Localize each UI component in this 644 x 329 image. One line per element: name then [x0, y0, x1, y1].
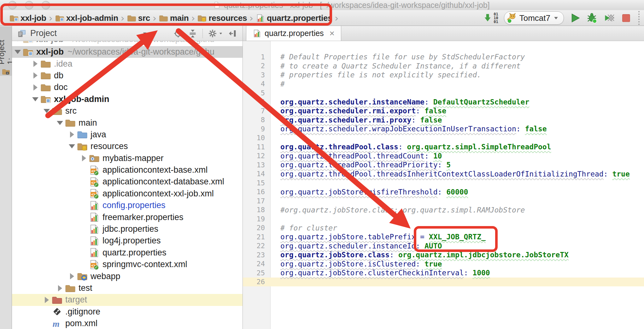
code-line-2[interactable]: 2# to create a Quartz Scheduler Instance… [243, 62, 644, 71]
code-line-13[interactable]: 13org.quartz.threadPool.threadPriority: … [243, 160, 644, 170]
code-line-18[interactable]: 18#org.quartz.jobStore.class: org.quartz… [243, 206, 644, 215]
debug-button[interactable] [587, 12, 598, 24]
tree-item-label: src [65, 106, 77, 116]
tree-expand-arrow[interactable] [42, 297, 52, 303]
hide-panel-icon[interactable] [228, 29, 237, 38]
code-line-14[interactable]: 14org.quartz.threadPool.threadsInheritCo… [243, 170, 644, 179]
code-line-24[interactable]: 24org.quartz.jobStore.isClustered: true [243, 260, 644, 269]
coverage-button[interactable] [604, 12, 615, 24]
tree-expand-arrow[interactable] [55, 121, 65, 125]
breadcrumb-item-src[interactable]: src [127, 13, 150, 23]
tree-expand-arrow[interactable] [55, 285, 65, 291]
line-text: org.quartz.jobStore.class: org.quartz.im… [271, 251, 569, 259]
tree-item-main[interactable]: main [12, 117, 243, 129]
code-line-21[interactable]: 21org.quartz.jobStore.tablePrefix = XXL_… [243, 232, 644, 242]
project-stripe-button[interactable]: 1: Project [0, 27, 12, 76]
tree-item-quartz.properties[interactable]: quartz.properties [12, 247, 243, 259]
code-line-1[interactable]: 1# Default Properties file for use by St… [243, 52, 644, 62]
tree-item-jdbc.properties[interactable]: jdbc.properties [12, 223, 243, 235]
tree-item-mybatis-mapper[interactable]: mybatis-mapper [12, 153, 243, 164]
run-configuration-select[interactable]: Tomcat7 [504, 11, 564, 25]
tree-item-doc[interactable]: doc [12, 81, 243, 93]
code-line-20[interactable]: 20# for cluster [243, 224, 644, 233]
code-line-12[interactable]: 12org.quartz.threadPool.threadCount: 10 [243, 152, 644, 161]
breadcrumb-item-resources[interactable]: resources [197, 13, 247, 23]
code-line-16[interactable]: 16org.quartz.jobStore.misfireThreshold: … [243, 188, 644, 197]
spring-xml-icon: <> [89, 188, 100, 199]
close-window-button[interactable] [8, 1, 17, 9]
tree-expand-arrow[interactable] [30, 61, 40, 67]
tab-quartz-properties[interactable]: quartz.properties × [246, 26, 341, 41]
code-line-23[interactable]: 23org.quartz.jobStore.class: org.quartz.… [243, 250, 644, 260]
tree-item-db[interactable]: db [12, 70, 243, 81]
code-line-10[interactable]: 10 [243, 134, 644, 143]
breadcrumb-item-xxl-job[interactable]: xxl-job [9, 13, 46, 23]
update-project-button[interactable]: 01 10 01 [483, 12, 498, 24]
chevron-down-icon[interactable] [142, 31, 148, 36]
tree-item-pom.xml[interactable]: mpom.xml [12, 318, 243, 329]
run-button[interactable] [570, 12, 581, 24]
tree-item-applicationcontext-base.xml[interactable]: <>applicationcontext-base.xml [12, 164, 243, 176]
tree-expand-arrow[interactable] [30, 84, 40, 91]
tree-item-src[interactable]: src [12, 105, 243, 117]
tree-expand-arrow[interactable] [13, 50, 23, 54]
close-icon[interactable]: × [330, 30, 335, 37]
code-line-5[interactable]: 5 [243, 88, 644, 98]
editor-content[interactable]: 1# Default Properties file for use by St… [243, 41, 644, 329]
tree-expand-arrow[interactable] [79, 155, 89, 161]
code-line-4[interactable]: 4# [243, 80, 644, 89]
code-line-22[interactable]: 22org.quartz.scheduler.instanceId: AUTO [243, 242, 644, 251]
breadcrumb-item-xxl-job-admin[interactable]: xxl-job-admin [55, 13, 118, 23]
code-line-3[interactable]: 3# properties file is not explicitly spe… [243, 70, 644, 80]
window-title: quartz.properties - xxl-job - [~/workspa… [224, 1, 490, 10]
line-text: org.quartz.threadPool.class: org.quartz.… [271, 143, 551, 151]
code-line-9[interactable]: 9org.quartz.scheduler.wrapJobExecutionIn… [243, 124, 644, 134]
code-line-11[interactable]: 11org.quartz.threadPool.class: org.quart… [243, 142, 644, 152]
tree-item-config.properties[interactable]: config.properties [12, 200, 243, 211]
tree-expand-arrow[interactable] [67, 273, 77, 279]
tree-item-java[interactable]: java [12, 129, 243, 141]
tree-item-applicationcontext-database.xml[interactable]: <>applicationcontext-database.xml [12, 176, 243, 188]
line-number: 19 [243, 215, 271, 223]
tree-item-applicationcontext-xxl-job.xml[interactable]: <>applicationcontext-xxl-job.xml [12, 188, 243, 200]
tree-expand-arrow[interactable] [42, 109, 52, 113]
window-title-area: quartz.properties - xxl-job - [~/workspa… [213, 0, 490, 10]
tree-expand-arrow[interactable] [67, 131, 77, 138]
code-line-25[interactable]: 25org.quartz.jobStore.clusterCheckinInte… [243, 268, 644, 278]
tree-item-xxl-job-admin[interactable]: xxl-job-admin [12, 93, 243, 105]
tree-item-xxl-job[interactable]: xxl-job~/workspaces/idea-git-workspace/g… [12, 46, 243, 58]
locate-icon[interactable] [173, 29, 183, 38]
code-line-26[interactable]: 26 [243, 278, 644, 287]
maven-file-icon: m [52, 318, 62, 329]
project-panel: Project xxl-job~/workspaces/idea-git-wor… [12, 26, 243, 329]
zoom-window-button[interactable] [42, 1, 50, 9]
code-line-6[interactable]: 6org.quartz.scheduler.instanceName: Defa… [243, 98, 644, 107]
line-number: 6 [243, 98, 271, 106]
tree-item-.gitignore[interactable]: .gitignore [12, 306, 243, 318]
breadcrumb-item-main[interactable]: main [159, 13, 189, 23]
breadcrumb-item-quartz.properties[interactable]: quartz.properties [256, 13, 332, 23]
tree-item-test[interactable]: test [12, 282, 243, 294]
tree-item-log4j.properties[interactable]: log4j.properties [12, 235, 243, 247]
tree-item-freemarker.properties[interactable]: freemarker.properties [12, 211, 243, 223]
collapse-all-icon[interactable] [188, 29, 197, 38]
tree-item-webapp[interactable]: webapp [12, 270, 243, 282]
tree-item-target[interactable]: target [12, 294, 243, 306]
code-line-17[interactable]: 17 [243, 196, 644, 206]
code-line-15[interactable]: 15 [243, 178, 644, 188]
tree-item-springmvc-context.xml[interactable]: <>springmvc-context.xml [12, 259, 243, 270]
code-line-8[interactable]: 8org.quartz.scheduler.rmi.proxy: false [243, 116, 644, 125]
tree-item-.idea[interactable]: .idea [12, 58, 243, 69]
tree-expand-arrow[interactable] [13, 41, 23, 41]
code-line-19[interactable]: 19 [243, 214, 644, 224]
code-line-7[interactable]: 7org.quartz.scheduler.rmi.export: false [243, 106, 644, 116]
tree-expand-arrow[interactable] [30, 72, 40, 79]
minimize-window-button[interactable] [25, 1, 33, 9]
tree-item-resources[interactable]: resources [12, 141, 243, 152]
tree-expand-arrow[interactable] [30, 97, 40, 101]
settings-gear-icon[interactable] [208, 29, 223, 38]
stop-button[interactable] [621, 13, 631, 23]
tree-expand-arrow[interactable] [67, 144, 77, 148]
line-number: 26 [243, 278, 271, 286]
line-number: 20 [243, 224, 271, 232]
